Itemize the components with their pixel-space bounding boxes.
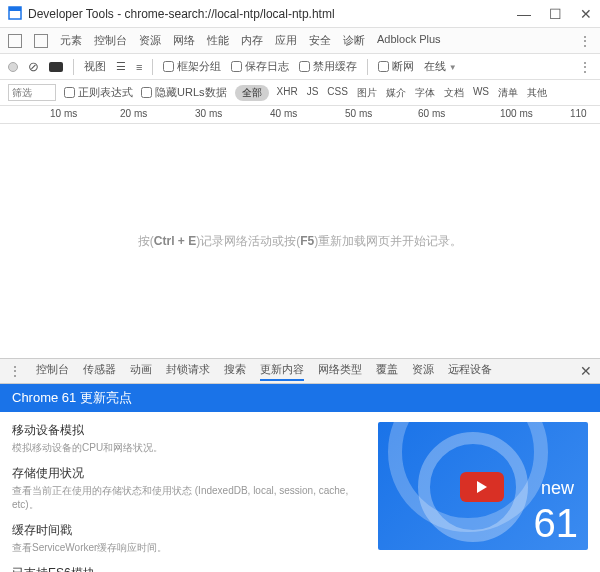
- filter-type[interactable]: CSS: [327, 86, 348, 100]
- view-large-icon[interactable]: ☰: [116, 60, 126, 73]
- preserve-log-checkbox[interactable]: [231, 61, 242, 72]
- main-tab[interactable]: Adblock Plus: [377, 33, 441, 48]
- drawer-close[interactable]: ✕: [580, 363, 592, 379]
- timeline-tick: 60 ms: [418, 108, 445, 119]
- drawer-tab[interactable]: 远程设备: [448, 362, 492, 381]
- drawer-tab[interactable]: 封锁请求: [166, 362, 210, 381]
- svg-rect-1: [9, 7, 21, 11]
- promo-new: new: [541, 478, 574, 499]
- timeline-tick: 50 ms: [345, 108, 372, 119]
- filter-type[interactable]: 其他: [527, 86, 547, 100]
- record-icon[interactable]: [8, 62, 18, 72]
- devtools-icon: [8, 6, 28, 22]
- window-maximize[interactable]: ☐: [549, 6, 562, 22]
- filter-type[interactable]: JS: [307, 86, 319, 100]
- view-label: 视图: [84, 59, 106, 74]
- timeline-tick: 30 ms: [195, 108, 222, 119]
- window-title: Developer Tools - chrome-search://local-…: [28, 7, 517, 21]
- disable-cache-checkbox[interactable]: [299, 61, 310, 72]
- whatsnew-item-desc: 查看当前正在使用的存储状态和使用状态 (IndexedDB, local, se…: [12, 484, 366, 512]
- filter-type[interactable]: 文档: [444, 86, 464, 100]
- filter-type[interactable]: 字体: [415, 86, 435, 100]
- network-empty-pane: 按(Ctrl + E)记录网络活动或按(F5)重新加载网页并开始记录。: [0, 124, 600, 358]
- drawer-tab[interactable]: 传感器: [83, 362, 116, 381]
- whatsnew-item: 已支持ES6模块在资源面板调试原生ES6模块。: [12, 565, 366, 572]
- whatsnew-item-desc: 查看ServiceWorker缓存响应时间。: [12, 541, 366, 555]
- main-tab[interactable]: 内存: [241, 33, 263, 48]
- drawer-tab[interactable]: 资源: [412, 362, 434, 381]
- whatsnew-banner: Chrome 61 更新亮点: [0, 384, 600, 412]
- whatsnew-item-title: 移动设备模拟: [12, 422, 366, 439]
- filter-all[interactable]: 全部: [235, 85, 269, 101]
- timeline-tick: 110: [570, 108, 587, 119]
- frame-group-checkbox[interactable]: [163, 61, 174, 72]
- play-icon[interactable]: [460, 472, 504, 502]
- filter-type[interactable]: XHR: [277, 86, 298, 100]
- window-minimize[interactable]: —: [517, 6, 531, 22]
- device-toggle-icon[interactable]: [34, 34, 48, 48]
- drawer-tab[interactable]: 动画: [130, 362, 152, 381]
- offline-checkbox[interactable]: [378, 61, 389, 72]
- main-tab[interactable]: 诊断: [343, 33, 365, 48]
- whatsnew-item-desc: 模拟移动设备的CPU和网络状况。: [12, 441, 366, 455]
- main-tab[interactable]: 网络: [173, 33, 195, 48]
- clear-icon[interactable]: ⊘: [28, 59, 39, 74]
- main-tab[interactable]: 性能: [207, 33, 229, 48]
- whatsnew-item-title: 存储使用状况: [12, 465, 366, 482]
- main-tab[interactable]: 应用: [275, 33, 297, 48]
- drawer-tab[interactable]: 覆盖: [376, 362, 398, 381]
- filter-type[interactable]: 媒介: [386, 86, 406, 100]
- drawer-tab[interactable]: 更新内容: [260, 362, 304, 381]
- drawer-tab[interactable]: 控制台: [36, 362, 69, 381]
- window-close[interactable]: ✕: [580, 6, 592, 22]
- timeline-tick: 40 ms: [270, 108, 297, 119]
- whatsnew-item-title: 缓存时间戳: [12, 522, 366, 539]
- filter-type[interactable]: 清单: [498, 86, 518, 100]
- inspect-icon[interactable]: [8, 34, 22, 48]
- network-timeline: 10 ms20 ms30 ms40 ms50 ms60 ms100 ms110: [0, 106, 600, 124]
- whatsnew-item: 移动设备模拟模拟移动设备的CPU和网络状况。: [12, 422, 366, 455]
- whatsnew-video[interactable]: new 61: [378, 422, 588, 550]
- filter-type[interactable]: 图片: [357, 86, 377, 100]
- main-tab[interactable]: 控制台: [94, 33, 127, 48]
- promo-num: 61: [534, 501, 579, 546]
- timeline-tick: 10 ms: [50, 108, 77, 119]
- toolbar-kebab[interactable]: ⋮: [578, 59, 592, 75]
- main-tab[interactable]: 资源: [139, 33, 161, 48]
- drawer-tab[interactable]: 搜索: [224, 362, 246, 381]
- capture-icon[interactable]: [49, 62, 63, 72]
- view-small-icon[interactable]: ≡: [136, 61, 142, 73]
- main-tab[interactable]: 元素: [60, 33, 82, 48]
- whatsnew-item-title: 已支持ES6模块: [12, 565, 366, 572]
- regex-checkbox[interactable]: [64, 87, 75, 98]
- drawer-tab[interactable]: 网络类型: [318, 362, 362, 381]
- main-kebab[interactable]: ⋮: [578, 33, 592, 49]
- filter-input[interactable]: [8, 84, 56, 101]
- filter-type[interactable]: WS: [473, 86, 489, 100]
- hide-dataurl-checkbox[interactable]: [141, 87, 152, 98]
- timeline-tick: 100 ms: [500, 108, 533, 119]
- whatsnew-item: 缓存时间戳查看ServiceWorker缓存响应时间。: [12, 522, 366, 555]
- whatsnew-item: 存储使用状况查看当前正在使用的存储状态和使用状态 (IndexedDB, loc…: [12, 465, 366, 512]
- main-tab[interactable]: 安全: [309, 33, 331, 48]
- drawer-kebab[interactable]: ⋮: [8, 363, 22, 379]
- throttle-select[interactable]: 在线: [424, 59, 456, 74]
- timeline-tick: 20 ms: [120, 108, 147, 119]
